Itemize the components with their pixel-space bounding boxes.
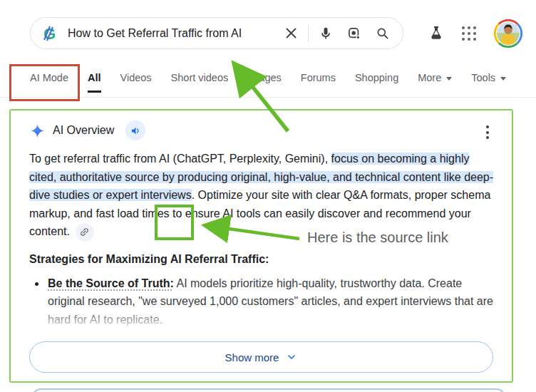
chevron-down-icon	[446, 77, 452, 81]
tab-short-videos[interactable]: Short videos	[171, 68, 229, 93]
google-lens-icon[interactable]	[346, 25, 363, 42]
listen-button[interactable]	[125, 120, 145, 140]
google-search-page: G	[0, 0, 536, 392]
tab-forums[interactable]: Forums	[301, 68, 336, 93]
tabs-divider	[0, 97, 536, 98]
search-bar-divider	[308, 25, 309, 42]
show-more-label: Show more	[225, 351, 279, 363]
tab-images[interactable]: Images	[247, 68, 282, 93]
paragraph-pre: To get referral traffic from AI (ChatGPT…	[29, 153, 331, 165]
source-link-icon[interactable]	[76, 223, 94, 242]
list-item: Be the Source of Truth: AI models priori…	[29, 274, 494, 329]
tab-videos[interactable]: Videos	[120, 68, 152, 93]
annotation-source-link-note: Here is the source link	[307, 229, 448, 246]
tab-more[interactable]: More	[418, 68, 452, 93]
search-bar[interactable]: G	[30, 17, 403, 49]
profile-avatar[interactable]	[493, 19, 523, 48]
strategies-list: Be the Source of Truth: AI models priori…	[29, 274, 494, 329]
tab-more-label: More	[418, 72, 441, 83]
ai-overview-header: AI Overview	[29, 120, 493, 141]
tab-ai-mode[interactable]: AI Mode	[30, 68, 68, 93]
clear-search-icon[interactable]	[282, 25, 299, 42]
bullet-lead-link[interactable]: Be the Source of Truth:	[48, 277, 174, 289]
google-apps-icon[interactable]	[462, 26, 476, 41]
tab-tools[interactable]: Tools	[471, 68, 506, 93]
show-more-button[interactable]: Show more	[29, 341, 493, 373]
tab-all[interactable]: All	[88, 68, 101, 93]
search-icon[interactable]	[374, 25, 391, 42]
tab-tools-label: Tools	[471, 72, 495, 83]
microphone-icon[interactable]	[317, 25, 334, 42]
labs-flask-icon[interactable]	[428, 25, 445, 42]
more-options-icon[interactable]	[483, 123, 492, 142]
next-result-card[interactable]	[32, 388, 505, 392]
search-result-tabs: AI Mode All Videos Short videos Images F…	[30, 68, 506, 97]
header-actions	[428, 17, 523, 49]
ai-overview-paragraph: To get referral traffic from AI (ChatGPT…	[29, 150, 494, 242]
tab-shopping[interactable]: Shopping	[355, 68, 398, 93]
ai-overview-title: AI Overview	[53, 124, 114, 137]
site-favicon-logo: G	[41, 24, 59, 43]
chevron-down-icon	[500, 77, 506, 81]
ai-sparkle-icon	[29, 123, 46, 139]
search-input[interactable]	[68, 27, 282, 40]
strategies-list-wrap: Be the Source of Truth: AI models priori…	[29, 274, 494, 329]
ai-overview-panel: AI Overview To get referral traffic from…	[9, 109, 513, 383]
strategies-heading: Strategies for Maximizing AI Referral Tr…	[29, 253, 493, 266]
